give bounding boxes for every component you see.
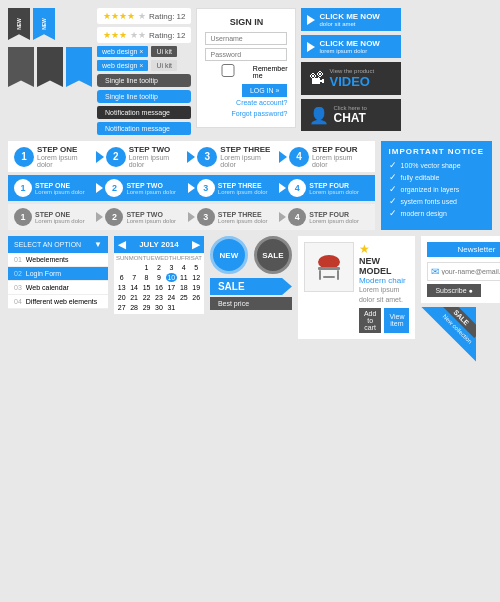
cal-day[interactable]: 7 — [128, 273, 139, 282]
cal-day[interactable]: 4 — [178, 263, 189, 272]
cal-day[interactable]: 9 — [153, 273, 164, 282]
tag-ui-kit-2[interactable]: Ui kit — [151, 60, 177, 71]
rating-row-2: ★★★★★ Rating: 12 — [97, 27, 191, 43]
cal-day[interactable]: 1 — [141, 263, 152, 272]
sale-ribbon: SALE — [210, 278, 292, 295]
cal-day[interactable]: 2 — [153, 263, 164, 272]
cal-day[interactable]: 23 — [153, 293, 164, 302]
sale-circle-tag: SALE — [254, 236, 292, 274]
step-2-1: 1 STEP ONE Lorem ipsum dolor — [14, 179, 94, 197]
click-btn-1[interactable]: CLICK ME NOW dolor sit amet — [301, 8, 401, 31]
cal-day[interactable]: 8 — [141, 273, 152, 282]
cal-day — [128, 263, 139, 272]
step-2-3: 3 STEP THREE Lorem ipsum dolor — [197, 179, 277, 197]
forgot-password-link[interactable]: Forgot password? — [205, 108, 287, 119]
cal-day[interactable]: 15 — [141, 283, 152, 292]
cal-day[interactable]: 29 — [141, 303, 152, 312]
step-title-2-1: STEP ONE — [35, 182, 85, 189]
newsletter-button[interactable]: Newsletter — [427, 242, 500, 257]
chat-button[interactable]: 👤 Click here to CHAT — [301, 99, 401, 131]
cal-day[interactable]: 13 — [116, 283, 127, 292]
step-3-4: 4 STEP FOUR Lorem ipsum dolor — [288, 208, 368, 226]
cal-prev-button[interactable]: ◀ — [118, 239, 126, 250]
cal-day[interactable]: 19 — [191, 283, 202, 292]
large-bookmark-2 — [37, 47, 63, 87]
calendar: ◀ JULY 2014 ▶ SUN MON TUE WED THU FRI SA… — [114, 236, 204, 314]
signin-form: SIGN IN Remember me LOG IN » Create acco… — [196, 8, 296, 128]
password-input[interactable] — [205, 48, 287, 61]
cal-day[interactable]: 20 — [116, 293, 127, 302]
click-btn-2-title: CLICK ME NOW — [319, 39, 379, 48]
notice-item-1: ✓ 100% vector shape — [389, 160, 484, 170]
select-option-1[interactable]: 01 Webelements — [8, 253, 108, 267]
step-sub-2-2: Lorem ipsum dolor — [126, 189, 176, 195]
cal-day[interactable]: 3 — [166, 263, 177, 272]
view-item-button[interactable]: View item — [384, 308, 409, 333]
cal-day[interactable]: 11 — [178, 273, 189, 282]
step-num-1-2: 2 — [106, 147, 126, 167]
cal-day[interactable]: 30 — [153, 303, 164, 312]
cal-day[interactable]: 17 — [166, 283, 177, 292]
tag-web-design-2[interactable]: web design × — [97, 60, 148, 71]
cal-day[interactable]: 22 — [141, 293, 152, 302]
select-option-3[interactable]: 03 Web calendar — [8, 281, 108, 295]
cal-day[interactable]: 25 — [178, 293, 189, 302]
step-title-1-4: STEP FOUR — [312, 145, 369, 154]
click-btn-2[interactable]: CLICK ME NOW lorem ipsum dolor — [301, 35, 401, 58]
cal-day[interactable]: 26 — [191, 293, 202, 302]
step-3-3: 3 STEP THREE Lorem ipsum dolor — [197, 208, 277, 226]
login-button[interactable]: LOG IN » — [242, 84, 288, 97]
newsletter-email-input[interactable] — [441, 268, 500, 275]
large-bookmark-1 — [8, 47, 34, 87]
product-card: ★ NEW MODEL Modern chair Lorem ipsum dol… — [298, 236, 416, 339]
step-title-2-4: STEP FOUR — [309, 182, 359, 189]
cal-day[interactable]: 28 — [128, 303, 139, 312]
step-title-3-1: STEP ONE — [35, 211, 85, 218]
svg-rect-1 — [318, 267, 340, 270]
svg-rect-2 — [319, 270, 321, 280]
product-subtitle: Modern chair — [359, 276, 410, 285]
tag-web-design-1[interactable]: web design × — [97, 46, 148, 57]
cal-day[interactable]: 10 — [166, 273, 177, 282]
add-to-cart-button[interactable]: Add to cart — [359, 308, 381, 333]
play-icon-1 — [307, 15, 315, 25]
person-icon: 👤 — [309, 106, 329, 125]
chat-label: CHAT — [333, 111, 366, 125]
video-button[interactable]: 📽 View the product VIDEO — [301, 62, 401, 95]
rating-row-1: ★★★★★ Rating: 12 — [97, 8, 191, 24]
cal-day[interactable]: 12 — [191, 273, 202, 282]
cal-day[interactable]: 24 — [166, 293, 177, 302]
cal-day[interactable]: 18 — [178, 283, 189, 292]
subscribe-button[interactable]: Subscribe ● — [427, 284, 480, 297]
tooltip-blue: Single line tooltip — [97, 90, 191, 103]
cal-day[interactable]: 14 — [128, 283, 139, 292]
large-bookmark-3 — [66, 47, 92, 87]
notice-title: IMPORTANT NOTICE — [389, 147, 484, 156]
cal-day[interactable]: 31 — [166, 303, 177, 312]
stars-2: ★★★ — [103, 30, 127, 40]
remember-checkbox[interactable] — [205, 64, 250, 77]
create-account-link[interactable]: Create account? — [205, 97, 287, 108]
cal-next-button[interactable]: ▶ — [192, 239, 200, 250]
email-icon: ✉ — [431, 266, 439, 277]
select-option-2[interactable]: 02 Login Form — [8, 267, 108, 281]
select-header[interactable]: SELECT AN OPTION ▼ — [8, 236, 108, 253]
cal-day[interactable]: 27 — [116, 303, 127, 312]
step-title-3-3: STEP THREE — [218, 211, 268, 218]
cal-day[interactable]: 21 — [128, 293, 139, 302]
step-sub-3-2: Lorem ipsum dolor — [126, 218, 176, 224]
product-star: ★ — [359, 242, 370, 256]
product-title: NEW MODEL — [359, 256, 410, 276]
cal-day[interactable]: 5 — [191, 263, 202, 272]
signin-title: SIGN IN — [205, 17, 287, 27]
step-title-1-2: STEP TWO — [129, 145, 186, 154]
cal-day[interactable]: 6 — [116, 273, 127, 282]
step-title-2-2: STEP TWO — [126, 182, 176, 189]
username-input[interactable] — [205, 32, 287, 45]
stars-1: ★★★★ — [103, 11, 135, 21]
select-option-4[interactable]: 04 Different web elements — [8, 295, 108, 309]
step-num-3-1: 1 — [14, 208, 32, 226]
tag-ui-kit-1[interactable]: Ui kit — [151, 46, 177, 57]
cal-day[interactable]: 16 — [153, 283, 164, 292]
click-btn-2-sub: lorem ipsum dolor — [319, 48, 379, 54]
